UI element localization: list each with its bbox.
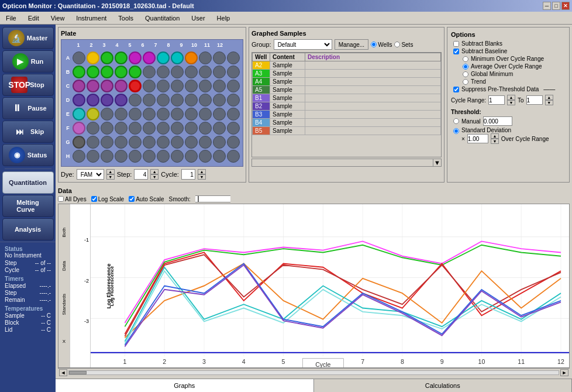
cycle-to-down[interactable]: ▼ <box>545 100 553 105</box>
menu-edit[interactable]: Edit <box>25 13 43 23</box>
well-B12[interactable] <box>227 66 240 78</box>
well-F6[interactable] <box>143 122 156 135</box>
trend-radio[interactable] <box>463 79 468 85</box>
well-E12[interactable] <box>227 108 240 121</box>
well-G12[interactable] <box>227 136 240 149</box>
scroll-thumb[interactable] <box>69 371 87 374</box>
menu-quantitation[interactable]: Quantitation <box>142 13 183 23</box>
well-E2[interactable] <box>87 108 99 121</box>
menu-view[interactable]: View <box>47 13 68 23</box>
cycle-from-down[interactable]: ▼ <box>507 100 515 105</box>
sets-radio[interactable] <box>394 42 400 47</box>
dye-down[interactable]: ▼ <box>106 174 115 180</box>
cycle-up[interactable]: ▲ <box>198 169 206 174</box>
well-H10[interactable] <box>199 150 212 163</box>
well-B9[interactable] <box>185 66 198 78</box>
tab-graphs[interactable]: Graphs <box>56 379 314 392</box>
manual-radio[interactable] <box>453 118 459 124</box>
well-E8[interactable] <box>171 108 184 121</box>
well-B4[interactable] <box>115 66 128 78</box>
well-H8[interactable] <box>171 150 184 163</box>
auto-scale-checkbox[interactable] <box>129 196 135 202</box>
well-H3[interactable] <box>101 150 113 163</box>
menu-help[interactable]: Help <box>213 13 234 23</box>
well-E4[interactable] <box>115 108 128 121</box>
well-C9[interactable] <box>185 80 198 92</box>
well-E3[interactable] <box>101 108 113 121</box>
cycle-to-up[interactable]: ▲ <box>545 95 553 100</box>
scroll-left-button[interactable]: ◄ <box>59 369 67 376</box>
wells-radio[interactable] <box>371 42 377 47</box>
menu-tools[interactable]: Tools <box>115 13 137 23</box>
well-A8[interactable] <box>171 51 184 64</box>
well-E7[interactable] <box>157 108 170 121</box>
well-H1[interactable] <box>73 150 85 163</box>
manage-button[interactable]: Manage... <box>335 39 368 50</box>
well-A6[interactable] <box>143 51 156 64</box>
well-D5[interactable] <box>129 94 142 106</box>
table-scroll-track[interactable]: ▼ <box>251 159 442 167</box>
subtract-baseline-checkbox[interactable] <box>453 49 459 54</box>
std-dev-input[interactable] <box>467 134 488 143</box>
cycle-down[interactable]: ▼ <box>198 174 206 180</box>
well-C2[interactable] <box>87 80 99 92</box>
well-H12[interactable] <box>227 150 240 163</box>
master-button[interactable]: 🔬 Master <box>2 27 54 49</box>
well-G8[interactable] <box>171 136 184 149</box>
well-C3[interactable] <box>101 80 113 92</box>
manual-value-input[interactable] <box>483 116 512 126</box>
well-E6[interactable] <box>143 108 156 121</box>
well-B11[interactable] <box>213 66 226 78</box>
menu-user[interactable]: User <box>188 13 208 23</box>
cycle-to-input[interactable] <box>526 95 543 105</box>
well-D2[interactable] <box>87 94 99 106</box>
well-B2[interactable] <box>87 66 99 78</box>
well-F3[interactable] <box>101 122 113 135</box>
std-dev-radio[interactable] <box>453 128 459 134</box>
well-E10[interactable] <box>199 108 212 121</box>
well-D9[interactable] <box>185 94 198 106</box>
std-dev-up[interactable]: ▲ <box>491 133 499 139</box>
minimize-button[interactable]: ─ <box>543 2 551 10</box>
log-scale-checkbox[interactable] <box>91 196 97 202</box>
well-A5[interactable] <box>129 51 142 64</box>
well-D4[interactable] <box>115 94 128 106</box>
sample-table-container[interactable]: Well Content Description A2 Sample A3 Sa… <box>251 52 442 157</box>
min-over-cycle-radio[interactable] <box>463 56 468 62</box>
well-H6[interactable] <box>143 150 156 163</box>
well-G6[interactable] <box>143 136 156 149</box>
well-B3[interactable] <box>101 66 113 78</box>
well-G11[interactable] <box>213 136 226 149</box>
well-C7[interactable] <box>157 80 170 92</box>
well-D10[interactable] <box>199 94 212 106</box>
table-scroll-down[interactable]: ▼ <box>433 159 441 166</box>
well-B7[interactable] <box>157 66 170 78</box>
well-D7[interactable] <box>157 94 170 106</box>
cycle-input[interactable] <box>181 169 195 180</box>
well-F11[interactable] <box>213 122 226 135</box>
well-C5[interactable] <box>129 80 142 92</box>
step-input[interactable] <box>134 169 148 180</box>
cycle-from-spinner[interactable]: ▲ ▼ <box>507 95 515 105</box>
well-A7[interactable] <box>157 51 170 64</box>
analysis-button[interactable]: Analysis <box>2 218 54 240</box>
cycle-from-up[interactable]: ▲ <box>507 95 515 100</box>
well-F9[interactable] <box>185 122 198 135</box>
well-G9[interactable] <box>185 136 198 149</box>
dye-spinner[interactable]: ▲ ▼ <box>106 169 115 180</box>
cycle-to-spinner[interactable]: ▲ ▼ <box>545 95 553 105</box>
well-C1[interactable] <box>73 80 85 92</box>
well-G5[interactable] <box>129 136 142 149</box>
well-D1[interactable] <box>73 94 85 106</box>
well-E11[interactable] <box>213 108 226 121</box>
well-D12[interactable] <box>227 94 240 106</box>
well-H9[interactable] <box>185 150 198 163</box>
well-B1[interactable] <box>73 66 85 78</box>
cycle-spinner[interactable]: ▲ ▼ <box>198 169 206 180</box>
well-C10[interactable] <box>199 80 212 92</box>
well-C11[interactable] <box>213 80 226 92</box>
well-D3[interactable] <box>101 94 113 106</box>
well-F12[interactable] <box>227 122 240 135</box>
well-H11[interactable] <box>213 150 226 163</box>
well-B10[interactable] <box>199 66 212 78</box>
